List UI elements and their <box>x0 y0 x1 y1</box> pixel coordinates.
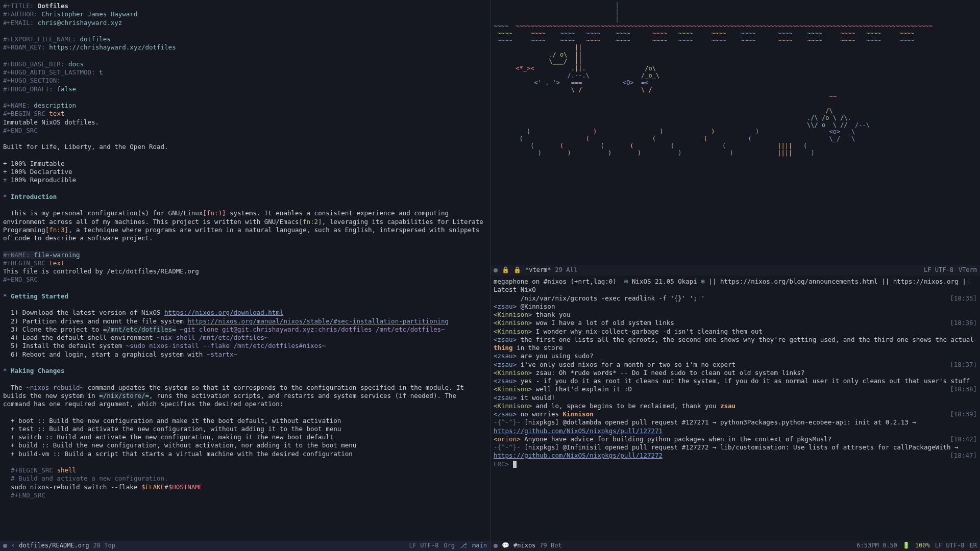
irc-topic-cmd: /nix/var/nix/gcroots -exec readlink -f '… <box>521 294 705 302</box>
author-keyword: #+AUTHOR: <box>3 10 38 18</box>
hugo-section-keyword: #+HUGO_SECTION: <box>3 77 61 84</box>
hugo-lastmod-value: t <box>99 68 103 76</box>
modified-indicator-icon <box>494 268 498 272</box>
hugo-lastmod-keyword: #+HUGO_AUTO_SET_LASTMOD: <box>3 68 95 76</box>
begin-src-keyword-2: #+BEGIN_SRC <box>3 259 45 267</box>
irc-buffer[interactable]: megaphone on #nixos (+nrt,lag:0) ❄ NixOS… <box>494 278 977 468</box>
irc-modeline: 💬 #nixos 79 Bot 6:53PM 0.50 🔋 100% LF UT… <box>491 541 980 551</box>
irc-nick[interactable]: <zsau> <box>494 410 517 418</box>
irc-nick[interactable]: <zsau> <box>494 352 517 360</box>
irc-nick[interactable]: <orion> <box>494 435 521 443</box>
modeline-encoding: LF UTF-8 <box>924 266 953 274</box>
irc-msg: zsau: Oh *rude words* -- Do I need sudo … <box>536 369 805 377</box>
step-2-text: 2) Partition drives and mount the file s… <box>11 317 187 325</box>
irc-msg: [nixpkgs] @dotlambda opened pull request… <box>524 418 920 426</box>
battery-icon: 🔋 <box>902 542 910 550</box>
ascii-art: | | | ~~~~ ~~~~~~~~~~~~~~~~~~~~~~~~~~~~~… <box>494 2 977 157</box>
modeline-mode: ER <box>970 542 977 550</box>
step-5-text: 5) Install the default system <box>11 342 126 349</box>
heading-star: * <box>3 193 7 201</box>
mc-text-1: The <box>11 384 26 391</box>
intro-text-4: , a technique where programs are written… <box>3 226 483 242</box>
irc-highlight: zsau <box>720 402 736 410</box>
irc-timestamp: [18:36] <box>950 319 977 327</box>
export-value: dotfiles <box>80 35 111 43</box>
irc-highlight: thing <box>494 344 513 352</box>
src-lang-text: text <box>49 110 64 117</box>
irc-msg: well that'd explain it :D <box>536 385 632 393</box>
irc-nick[interactable]: <zsau> <box>494 377 517 385</box>
org-document[interactable]: #+TITLE: Dotfiles #+AUTHOR: Christopher … <box>3 2 487 508</box>
irc-nick[interactable]: <Kinnison> <box>494 319 532 327</box>
modified-indicator-icon <box>494 544 498 548</box>
pr-link[interactable]: https://github.com/NixOS/nixpkgs/pull/12… <box>494 452 663 459</box>
cursor[interactable] <box>513 461 517 468</box>
heading-making-changes[interactable]: Making Changes <box>11 367 64 374</box>
footnote-1[interactable]: [fn:1] <box>203 209 226 217</box>
begin-src-keyword-3: #+BEGIN_SRC <box>11 466 53 474</box>
irc-timestamp: [18:37] <box>950 361 977 369</box>
lock-icon: 🔒 <box>513 266 521 274</box>
modeline-file: dotfiles/README.org <box>19 542 89 550</box>
name-desc-keyword: #+NAME: <box>3 102 30 109</box>
step-3-cmd: ~git clone git@git.chrishayward.xyz:chri… <box>176 325 445 333</box>
irc-bot-nick[interactable]: -{^-^}- <box>494 443 521 451</box>
irc-msg: it would! <box>521 394 555 402</box>
op-boot: + boot :: Build the new configuration an… <box>11 417 341 424</box>
heading-getting-started[interactable]: Getting Started <box>11 292 68 300</box>
irc-nick[interactable]: <zsau> <box>494 394 517 402</box>
pr-link[interactable]: https://github.com/NixOS/nixpkgs/pull/12… <box>494 427 663 435</box>
irc-timestamp: [18:35] <box>950 294 977 303</box>
irc-topic-b: NixOS 21.05 Okapi <box>628 278 701 285</box>
irc-msg: @Kinnison <box>521 303 555 310</box>
end-src-keyword-3: #+END_SRC <box>11 491 45 499</box>
modeline-branch: main <box>472 542 487 550</box>
irc-msg: the first one lists all the gcroots, the… <box>521 336 974 343</box>
modeline-mode: VTerm <box>959 266 977 274</box>
irc-highlight: Kinnison <box>562 410 593 418</box>
step-4-cmd: ~nix-shell /mnt/etc/dotfiles~ <box>157 334 268 341</box>
irc-nick[interactable]: <Kinnison> <box>494 369 532 377</box>
op-switch: + switch :: Build and activate the new c… <box>11 433 333 441</box>
download-link[interactable]: https://nixos.org/download.html <box>164 309 283 316</box>
op-build: + build :: Build the new configuration, … <box>11 441 356 449</box>
back-icon[interactable]: ‹ <box>11 542 15 550</box>
footnote-2[interactable]: [fn:2] <box>299 218 322 226</box>
desc-body: Immutable NixOS dotfiles. <box>3 118 99 126</box>
irc-nick[interactable]: <zsau> <box>494 361 517 368</box>
footnote-3[interactable]: [fn:3] <box>45 226 68 234</box>
hugo-base-value: docs <box>68 60 84 68</box>
warn-body: This file is controlled by /etc/dotfiles… <box>3 267 199 275</box>
irc-msg: I wonder why nix-collect-garbage -d isn'… <box>536 328 763 335</box>
heart-icon: ❄ <box>701 278 705 285</box>
irc-msg: Anyone have advice for building python p… <box>524 435 831 443</box>
heading-introduction[interactable]: Introduction <box>11 193 57 201</box>
vterm-pane[interactable]: | | | ~~~~ ~~~~~~~~~~~~~~~~~~~~~~~~~~~~~… <box>490 0 980 276</box>
irc-pane[interactable]: megaphone on #nixos (+nrt,lag:0) ❄ NixOS… <box>490 276 980 551</box>
irc-nick[interactable]: <Kinnison> <box>494 311 532 318</box>
partition-link[interactable]: https://nixos.org/manual/nixos/stable/#s… <box>187 317 449 325</box>
shell-comment: # Build and activate a new configuration… <box>11 474 168 482</box>
irc-nick[interactable]: <zsau> <box>494 303 517 310</box>
tagline: Built for Life, Liberty, and the Open Ro… <box>3 143 168 151</box>
irc-nick[interactable]: <Kinnison> <box>494 328 532 335</box>
modeline-encoding: LF UTF-8 <box>935 542 965 550</box>
irc-nick[interactable]: <Kinnison> <box>494 385 532 393</box>
end-src-keyword-2: #+END_SRC <box>3 276 38 283</box>
shell-hash: # <box>164 483 168 491</box>
hugo-base-keyword: #+HUGO_BASE_DIR: <box>3 60 64 68</box>
end-src-keyword: #+END_SRC <box>3 127 38 134</box>
op-test: + test :: Build and activate the new con… <box>11 425 341 433</box>
irc-msg: no worries <box>521 410 563 418</box>
irc-nick[interactable]: <zsau> <box>494 336 517 343</box>
export-keyword: #+EXPORT_FILE_NAME: <box>3 35 76 43</box>
irc-timestamp: [18:47] <box>950 452 977 460</box>
irc-nick[interactable]: <Kinnison> <box>494 402 532 410</box>
name-warn-keyword: #+NAME: <box>3 251 30 259</box>
hostname-var: $HOSTNAME <box>168 483 203 491</box>
op-build-vm: + build-vm :: Build a script that starts… <box>11 450 353 458</box>
shell-cmd-text: sudo nixos-rebuild switch --flake <box>11 483 141 491</box>
irc-bot-nick[interactable]: -{^-^}- <box>494 418 521 426</box>
org-editor-pane[interactable]: #+TITLE: Dotfiles #+AUTHOR: Christopher … <box>0 0 490 551</box>
feat-immutable: + 100% Immutable <box>3 160 64 167</box>
